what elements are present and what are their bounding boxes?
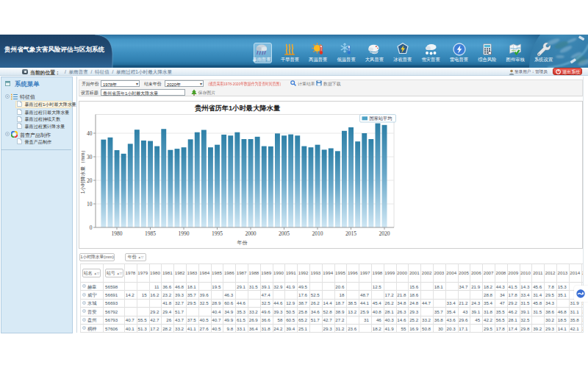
svg-text:1990: 1990: [179, 230, 190, 237]
svg-text:年份: 年份: [237, 240, 248, 246]
svg-text:2010: 2010: [312, 230, 323, 237]
svg-text:40: 40: [87, 130, 93, 137]
svg-text:1995: 1995: [212, 230, 223, 237]
svg-text:0: 0: [90, 224, 93, 231]
svg-text:10: 10: [87, 201, 93, 208]
svg-text:1985: 1985: [145, 230, 156, 237]
svg-text:20: 20: [87, 177, 93, 184]
svg-text:1小时降水量（mm）: 1小时降水量（mm）: [80, 148, 86, 194]
svg-text:30: 30: [87, 154, 93, 160]
svg-text:国家站平均: 国家站平均: [370, 116, 392, 121]
svg-text:贵州省历年1小时最大降水量: 贵州省历年1小时最大降水量: [195, 104, 281, 113]
svg-text:2000: 2000: [245, 230, 257, 237]
svg-text:2015: 2015: [345, 230, 356, 237]
svg-text:2005: 2005: [279, 230, 290, 237]
svg-text:2020: 2020: [379, 230, 390, 237]
svg-text:1980: 1980: [112, 230, 123, 237]
